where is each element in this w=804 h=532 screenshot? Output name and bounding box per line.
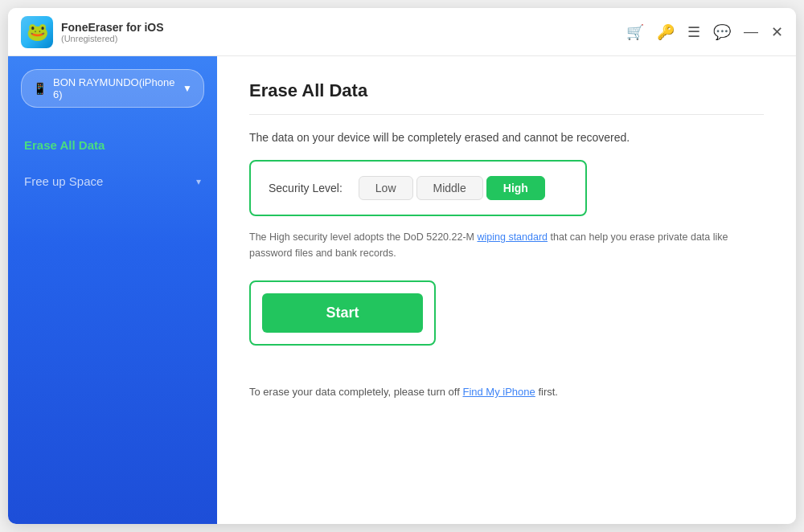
find-my-iphone-link[interactable]: Find My iPhone bbox=[462, 386, 535, 398]
bottom-note: To erase your data completely, please tu… bbox=[249, 386, 764, 398]
bottom-note-before: To erase your data completely, please tu… bbox=[249, 386, 462, 398]
phone-icon: 📱 bbox=[33, 82, 47, 95]
page-title: Erase All Data bbox=[249, 80, 764, 115]
content-area: Erase All Data The data on your device w… bbox=[217, 56, 796, 524]
app-title-text: FoneEraser for iOS (Unregistered) bbox=[61, 21, 164, 43]
app-subtitle: (Unregistered) bbox=[61, 34, 164, 43]
title-bar-controls: 🛒 🔑 ☰ 💬 — ✕ bbox=[626, 23, 783, 41]
start-button-box: Start bbox=[249, 280, 436, 346]
minimize-icon[interactable]: — bbox=[744, 23, 758, 40]
title-bar-left: 🐸 FoneEraser for iOS (Unregistered) bbox=[21, 16, 164, 48]
sidebar: 📱 BON RAYMUNDO(iPhone 6) ▼ Erase All Dat… bbox=[8, 56, 217, 524]
device-name: BON RAYMUNDO(iPhone 6) bbox=[53, 76, 176, 100]
security-buttons: Low Middle High bbox=[359, 176, 545, 200]
main-layout: 📱 BON RAYMUNDO(iPhone 6) ▼ Erase All Dat… bbox=[8, 56, 796, 524]
start-button[interactable]: Start bbox=[262, 293, 423, 333]
cart-icon[interactable]: 🛒 bbox=[626, 23, 644, 41]
license-icon[interactable]: 🔑 bbox=[657, 23, 675, 41]
app-icon: 🐸 bbox=[21, 16, 53, 48]
security-high-button[interactable]: High bbox=[486, 176, 545, 200]
security-low-button[interactable]: Low bbox=[359, 176, 413, 200]
sidebar-item-label-free: Free up Space bbox=[24, 174, 103, 188]
chevron-down-icon: ▾ bbox=[196, 176, 201, 187]
warning-text: The data on your device will be complete… bbox=[249, 131, 764, 144]
bottom-note-after: first. bbox=[535, 386, 558, 398]
app-window: 🐸 FoneEraser for iOS (Unregistered) 🛒 🔑 … bbox=[8, 8, 796, 524]
menu-icon[interactable]: ☰ bbox=[687, 23, 700, 41]
title-bar: 🐸 FoneEraser for iOS (Unregistered) 🛒 🔑 … bbox=[8, 8, 796, 56]
chat-icon[interactable]: 💬 bbox=[713, 23, 731, 41]
close-icon[interactable]: ✕ bbox=[771, 23, 783, 41]
wiping-standard-link[interactable]: wiping standard bbox=[477, 231, 548, 243]
sidebar-item-erase-all-data[interactable]: Erase All Data bbox=[8, 127, 217, 163]
security-info: The High security level adopts the DoD 5… bbox=[249, 229, 756, 261]
security-level-label: Security Level: bbox=[269, 182, 343, 194]
sidebar-item-free-up-space[interactable]: Free up Space ▾ bbox=[8, 163, 217, 199]
security-middle-button[interactable]: Middle bbox=[416, 176, 483, 200]
device-selector[interactable]: 📱 BON RAYMUNDO(iPhone 6) ▼ bbox=[21, 69, 204, 108]
security-level-box: Security Level: Low Middle High bbox=[249, 160, 587, 216]
sidebar-item-label-erase: Erase All Data bbox=[24, 138, 105, 152]
app-title: FoneEraser for iOS bbox=[61, 21, 164, 34]
sidebar-nav: Erase All Data Free up Space ▾ bbox=[8, 127, 217, 199]
device-chevron-icon: ▼ bbox=[183, 83, 192, 94]
